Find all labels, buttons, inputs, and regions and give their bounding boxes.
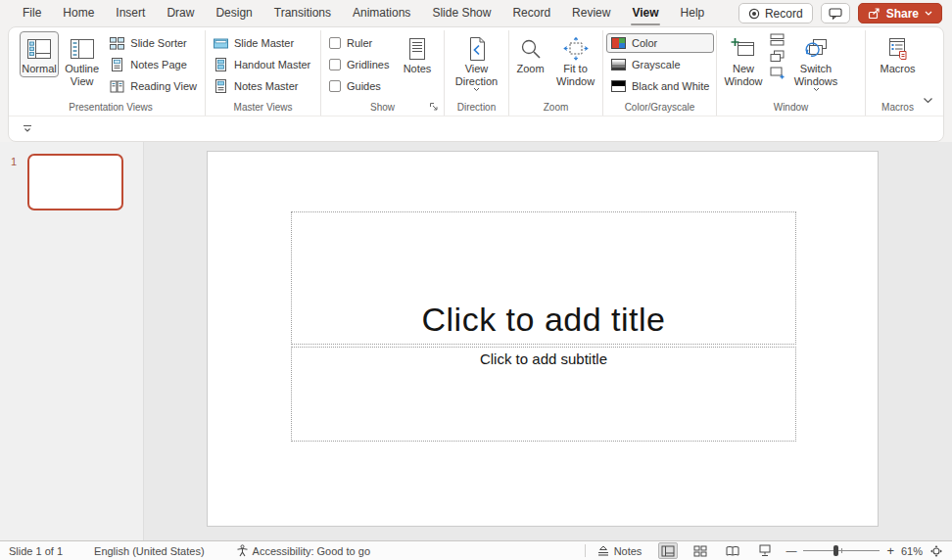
- guides-label: Guides: [347, 80, 381, 92]
- color-label: Color: [632, 37, 657, 49]
- normal-view-button[interactable]: Normal: [20, 31, 59, 77]
- group-master-views: Slide Master Handout Master: [205, 30, 320, 116]
- tab-insert[interactable]: Insert: [105, 0, 156, 26]
- tab-home[interactable]: Home: [52, 0, 105, 26]
- show-dialog-launcher[interactable]: [428, 101, 440, 113]
- color-button[interactable]: Color: [606, 33, 714, 53]
- zoom-percent[interactable]: 61%: [901, 545, 923, 557]
- outline-view-label: Outline View: [65, 63, 99, 87]
- slide-canvas[interactable]: Click to add title Click to add subtitle: [207, 151, 879, 527]
- zoom-in-button[interactable]: +: [886, 544, 894, 557]
- zoom-slider[interactable]: [803, 544, 880, 557]
- tab-file[interactable]: File: [12, 0, 52, 26]
- group-label-master-views: Master Views: [209, 98, 317, 116]
- group-label-window: Window: [720, 98, 862, 116]
- zoom-slider-handle[interactable]: [833, 545, 838, 556]
- zoom-out-button[interactable]: —: [785, 544, 796, 557]
- tab-help[interactable]: Help: [670, 0, 716, 26]
- gridlines-checkbox[interactable]: Gridlines: [324, 55, 395, 74]
- group-label-presentation-views: Presentation Views: [20, 98, 202, 116]
- ribbon-tab-bar: File Home Insert Draw Design Transitions…: [0, 0, 952, 26]
- notes-pane-button[interactable]: Notes: [398, 31, 437, 77]
- move-split-button[interactable]: [770, 67, 785, 79]
- group-label-zoom: Zoom: [512, 98, 599, 116]
- notes-toggle-button[interactable]: Notes: [596, 545, 643, 557]
- macros-button[interactable]: Macros: [875, 31, 922, 77]
- share-button[interactable]: Share: [858, 3, 942, 23]
- grayscale-swatch-icon: [611, 59, 626, 70]
- guides-checkbox[interactable]: Guides: [324, 76, 395, 96]
- fit-to-window-button[interactable]: Fit to Window: [551, 31, 599, 89]
- collapse-ribbon-button[interactable]: [923, 90, 933, 108]
- notes-master-button[interactable]: Notes Master: [209, 76, 315, 96]
- language-indicator[interactable]: English (United States): [94, 545, 205, 557]
- ruler-label: Ruler: [347, 37, 372, 49]
- handout-master-icon: [214, 58, 228, 71]
- color-swatch-icon: [611, 37, 626, 49]
- group-show: Ruler Gridlines Guides: [320, 30, 444, 116]
- switch-windows-button[interactable]: Switch Windows: [787, 31, 844, 94]
- view-direction-button[interactable]: View Direction: [449, 31, 505, 94]
- ribbon-pin-button[interactable]: [22, 124, 33, 134]
- cascade-windows-button[interactable]: [770, 50, 785, 63]
- zoom-button[interactable]: Zoom: [512, 31, 548, 77]
- view-direction-label: View Direction: [452, 63, 502, 87]
- group-label-macros: Macros: [869, 98, 927, 116]
- fit-to-window-label: Fit to Window: [554, 63, 596, 87]
- tab-animations[interactable]: Animations: [342, 0, 421, 26]
- title-placeholder-text: Click to add title: [422, 301, 666, 339]
- subtitle-placeholder-text: Click to add subtitle: [480, 350, 607, 367]
- fit-slide-to-window-button[interactable]: [929, 544, 943, 558]
- notes-document-icon: [407, 35, 427, 63]
- comments-button[interactable]: [821, 3, 850, 23]
- slide-master-button[interactable]: Slide Master: [209, 33, 315, 53]
- slide-sorter-status-button[interactable]: [690, 542, 710, 559]
- status-separator: [585, 544, 586, 557]
- ruler-checkbox[interactable]: Ruler: [324, 33, 395, 53]
- notes-page-icon: [110, 58, 124, 71]
- ruler-checkbox-box[interactable]: [329, 37, 341, 49]
- normal-view-icon: [26, 35, 52, 63]
- ribbon-pin-icon: [22, 124, 33, 134]
- title-placeholder[interactable]: Click to add title: [291, 211, 796, 345]
- tab-view[interactable]: View: [621, 0, 669, 26]
- black-and-white-swatch-icon: [611, 80, 626, 92]
- zoom-magnifier-icon: [519, 35, 543, 63]
- ribbon-view-tab-content: Normal O: [9, 27, 943, 116]
- tab-design[interactable]: Design: [205, 0, 262, 26]
- accessibility-status[interactable]: Accessibility: Good to go: [236, 544, 370, 557]
- reading-view-label: Reading View: [130, 80, 197, 92]
- tab-transitions[interactable]: Transitions: [263, 0, 342, 26]
- group-presentation-views: Normal O: [17, 30, 205, 116]
- slide-number: 1: [11, 156, 17, 167]
- normal-view-status-button[interactable]: [658, 542, 678, 559]
- slide-sorter-button[interactable]: Slide Sorter: [105, 33, 202, 53]
- gridlines-checkbox-box[interactable]: [329, 59, 341, 70]
- tab-record[interactable]: Record: [501, 0, 561, 26]
- slide-show-status-button[interactable]: [755, 542, 775, 559]
- grayscale-button[interactable]: Grayscale: [606, 55, 714, 74]
- reading-view-status-button[interactable]: [723, 542, 742, 559]
- reading-view-button[interactable]: Reading View: [105, 76, 202, 96]
- group-zoom: Zoom Fit to Window: [508, 30, 602, 116]
- slide-indicator[interactable]: Slide 1 of 1: [9, 545, 63, 557]
- slide-1-thumbnail[interactable]: [27, 154, 123, 210]
- move-split-icon: [770, 67, 785, 79]
- notes-page-label: Notes Page: [130, 59, 186, 70]
- handout-master-button[interactable]: Handout Master: [209, 55, 315, 74]
- arrange-all-button[interactable]: [770, 33, 785, 46]
- new-window-button[interactable]: New Window: [720, 31, 767, 89]
- slide-master-label: Slide Master: [234, 37, 294, 49]
- record-button-label: Record: [765, 7, 803, 21]
- status-bar-left: Slide 1 of 1 English (United States) Acc…: [0, 544, 402, 557]
- tab-draw[interactable]: Draw: [156, 0, 205, 26]
- guides-checkbox-box[interactable]: [329, 80, 341, 92]
- black-and-white-button[interactable]: Black and White: [606, 76, 714, 96]
- subtitle-placeholder[interactable]: Click to add subtitle: [291, 347, 796, 442]
- notes-master-icon: [214, 79, 228, 93]
- outline-view-button[interactable]: Outline View: [62, 31, 102, 89]
- tab-review[interactable]: Review: [561, 0, 621, 26]
- notes-page-button[interactable]: Notes Page: [105, 55, 202, 74]
- tab-slide-show[interactable]: Slide Show: [421, 0, 501, 26]
- record-button[interactable]: Record: [738, 3, 813, 23]
